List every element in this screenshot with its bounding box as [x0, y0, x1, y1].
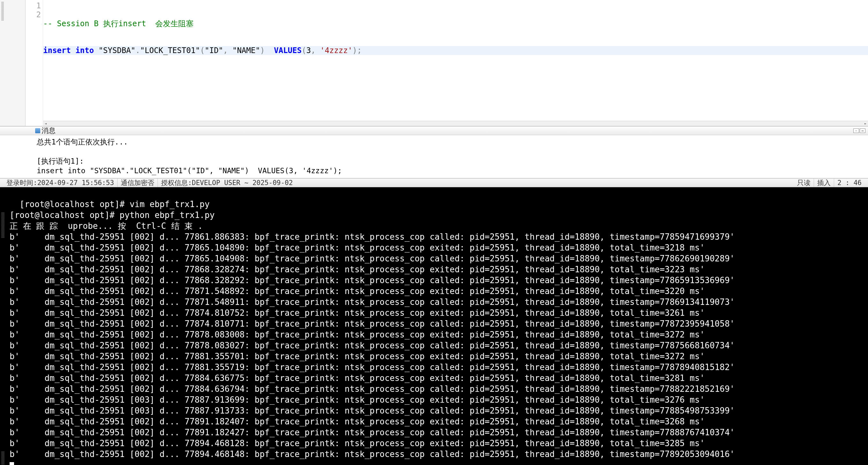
- status-insert-mode: 插入: [814, 179, 834, 187]
- terminal-prompt-line: [root@localhost opt]# python ebpf_trx1.p…: [9, 210, 215, 220]
- message-line: insert into "SYSDBA"."LOCK_TEST01"("ID",…: [37, 167, 342, 175]
- scroll-right-icon[interactable]: ►: [863, 121, 868, 126]
- status-readonly: 只读: [794, 179, 814, 187]
- message-panel-body[interactable]: 总共1个语句正依次执行... [执行语句1]: insert into "SYS…: [0, 135, 868, 178]
- sql-comment: -- Session B 执行insert 会发生阻塞: [43, 19, 194, 28]
- line-number-gutter: 1 2: [26, 0, 43, 126]
- code-line[interactable]: insert into "SYSDBA"."LOCK_TEST01"("ID",…: [43, 46, 868, 55]
- drag-grip-icon[interactable]: [1, 451, 4, 465]
- code-line[interactable]: -- Session B 执行insert 会发生阻塞: [43, 19, 868, 28]
- terminal-prompt-line: [root@localhost opt]# vim ebpf_trx1.py: [20, 199, 210, 209]
- drag-grip-icon[interactable]: [1, 212, 4, 238]
- status-login-time: 登录时间:2024-09-27 15:56:53: [3, 179, 118, 187]
- sql-keyword-into: into: [75, 46, 98, 55]
- status-cursor-position: 2 : 46: [834, 179, 865, 187]
- panel-window-controls: — ▭: [853, 128, 865, 133]
- terminal[interactable]: [root@localhost opt]# vim ebpf_trx1.py […: [0, 187, 868, 465]
- terminal-output: b' dm_sql_thd-25951 [002] d... 77861.886…: [9, 231, 866, 460]
- message-tab-label[interactable]: 消息: [41, 126, 56, 136]
- maximize-icon[interactable]: ▭: [860, 128, 865, 133]
- drag-grip-icon[interactable]: [1, 1, 4, 21]
- message-panel-header: 消息 — ▭: [0, 126, 868, 135]
- message-line: [执行语句1]:: [37, 157, 84, 165]
- status-auth: 授权信息:DEVELOP USER ~ 2025-09-02: [158, 179, 296, 187]
- status-encrypt: 通信加密否: [118, 179, 158, 187]
- code-text-area[interactable]: -- Session B 执行insert 会发生阻塞 insert into …: [43, 0, 868, 126]
- terminal-left-grip: [1, 191, 4, 465]
- editor-left-margin: [0, 0, 26, 126]
- status-bar: 登录时间:2024-09-27 15:56:53 通信加密否 授权信息:DEVE…: [0, 178, 868, 187]
- editor-horizontal-scrollbar[interactable]: ◄ ►: [43, 121, 868, 126]
- terminal-trace-header: 正 在 跟 踪 uprobe... 按 Ctrl-C 结 束 .: [9, 221, 203, 231]
- sql-keyword-insert: insert: [43, 46, 71, 55]
- sql-keyword-values: VALUES: [274, 46, 302, 55]
- message-icon: [35, 128, 40, 133]
- sql-editor[interactable]: 1 2 -- Session B 执行insert 会发生阻塞 insert i…: [0, 0, 868, 126]
- line-number: 2: [26, 10, 43, 19]
- line-number: 1: [26, 1, 43, 10]
- scroll-left-icon[interactable]: ◄: [43, 121, 48, 126]
- terminal-cursor: [9, 462, 14, 465]
- minimize-icon[interactable]: —: [853, 128, 859, 133]
- message-line: 总共1个语句正依次执行...: [37, 138, 128, 146]
